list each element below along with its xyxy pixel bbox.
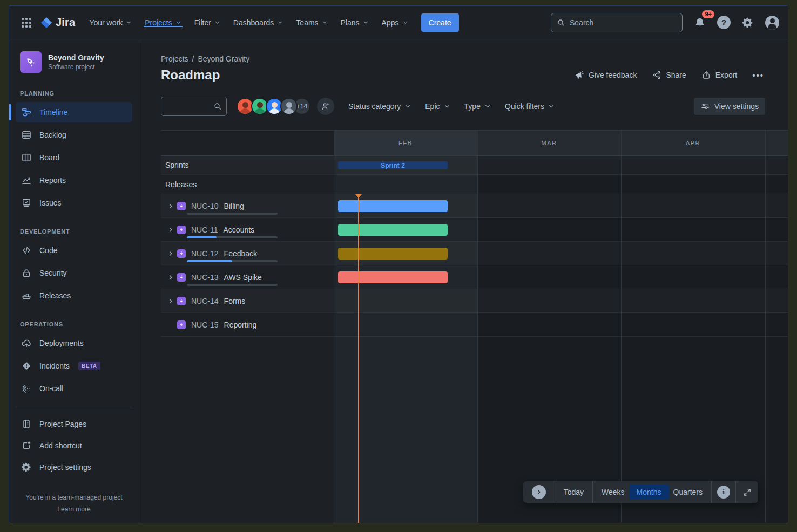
sidebar-item-add-shortcut[interactable]: Add shortcut <box>16 435 132 456</box>
epic-icon <box>177 202 186 210</box>
expand-chevron-icon[interactable] <box>165 226 176 234</box>
scroll-right-button[interactable] <box>523 481 555 503</box>
section-title-operations: OPERATIONS <box>16 321 132 328</box>
project-name: Beyond Gravity <box>48 53 104 62</box>
notifications-button[interactable]: 9+ <box>691 14 708 31</box>
sidebar-item-reports[interactable]: Reports <box>16 170 132 190</box>
more-actions-button[interactable]: ••• <box>752 71 764 80</box>
sidebar-item-on-call[interactable]: On-call <box>16 378 132 399</box>
month-header-feb: FEB <box>334 131 477 156</box>
give-feedback-button[interactable]: Give feedback <box>574 70 637 80</box>
epic-icon <box>177 249 186 258</box>
fullscreen-button[interactable] <box>736 481 758 503</box>
sidebar-item-releases[interactable]: Releases <box>16 285 132 306</box>
rocket-icon <box>24 56 37 69</box>
question-mark-icon: ? <box>721 18 726 27</box>
sidebar-item-incidents[interactable]: Incidents BETA <box>16 356 132 376</box>
timeline-search[interactable] <box>161 97 227 116</box>
timeline-search-input[interactable] <box>166 102 213 111</box>
nav-plans[interactable]: Plans <box>334 18 375 27</box>
export-button[interactable]: Export <box>701 70 737 80</box>
jira-logo[interactable]: Jira <box>40 16 75 29</box>
sidebar-item-project-pages[interactable]: Project Pages <box>16 414 132 434</box>
share-button[interactable]: Share <box>652 70 686 80</box>
chart-line-icon <box>21 175 32 186</box>
global-search[interactable] <box>551 13 683 32</box>
sidebar-item-board[interactable]: Board <box>16 147 132 168</box>
help-button[interactable]: ? <box>717 16 731 29</box>
breadcrumb: Projects / Beyond Gravity <box>161 53 764 64</box>
settings-button[interactable] <box>739 14 757 31</box>
sidebar-item-security[interactable]: Security <box>16 263 132 283</box>
epic-key: NUC-14 <box>191 297 219 305</box>
sidebar-item-deployments[interactable]: Deployments <box>16 333 132 353</box>
month-header-mar: MAR <box>477 131 621 156</box>
chevron-down-icon <box>548 103 555 110</box>
sidebar-item-timeline[interactable]: Timeline <box>16 102 132 122</box>
bell-icon <box>694 17 706 29</box>
zoom-weeks-button[interactable]: Weeks <box>593 481 627 503</box>
learn-more-link[interactable]: Learn more <box>16 503 132 515</box>
chevron-down-icon <box>444 103 450 110</box>
ship-icon <box>21 290 32 301</box>
epic-icon <box>177 320 186 329</box>
releases-row-label[interactable]: Releases <box>165 180 197 189</box>
type-dropdown[interactable]: Type <box>464 102 491 111</box>
nav-dashboards[interactable]: Dashboards <box>227 18 290 27</box>
chevron-right-icon <box>535 488 543 496</box>
export-icon <box>701 70 711 80</box>
breadcrumb-projects[interactable]: Projects <box>161 54 188 63</box>
add-shortcut-icon <box>21 440 32 451</box>
global-search-input[interactable] <box>570 18 677 27</box>
nav-apps[interactable]: Apps <box>375 18 415 27</box>
zoom-months-button[interactable]: Months <box>629 485 669 500</box>
today-marker-line <box>358 194 359 523</box>
epic-key: NUC-12 <box>191 249 219 258</box>
main-content: Projects / Beyond Gravity Roadmap Give f… <box>139 39 788 523</box>
zoom-quarters-button[interactable]: Quarters <box>671 481 711 503</box>
chevron-down-icon <box>402 19 408 25</box>
sidebar-item-issues[interactable]: Issues <box>16 193 132 213</box>
epic-name: AWS Spike <box>224 273 262 282</box>
nav-filter[interactable]: Filter <box>188 18 227 27</box>
expand-chevron-icon[interactable] <box>165 250 176 257</box>
sidebar-item-backlog[interactable]: Backlog <box>16 125 132 145</box>
cloud-upload-icon <box>21 338 32 349</box>
app-switcher-icon[interactable] <box>18 14 35 31</box>
today-button[interactable]: Today <box>555 481 592 503</box>
epic-dropdown[interactable]: Epic <box>425 102 450 111</box>
nav-teams[interactable]: Teams <box>289 18 334 27</box>
epic-progress-fill <box>187 260 232 262</box>
epic-name: Forms <box>224 297 246 305</box>
lock-icon <box>21 268 32 278</box>
timeline-zoom-toolbar: Today Weeks Months Quarters i <box>523 481 758 503</box>
jira-logo-text: Jira <box>56 16 75 29</box>
epic-name: Billing <box>224 202 244 210</box>
expand-chevron-icon[interactable] <box>165 274 176 281</box>
expand-chevron-icon[interactable] <box>165 297 176 305</box>
avatar-stack: +14 <box>237 98 310 115</box>
nav-projects[interactable]: Projects <box>138 18 188 27</box>
breadcrumb-separator: / <box>192 54 194 63</box>
breadcrumb-project-name[interactable]: Beyond Gravity <box>198 54 249 63</box>
sidebar-item-project-settings[interactable]: Project settings <box>16 457 132 478</box>
code-icon <box>21 245 32 256</box>
timeline-info-button[interactable]: i <box>712 481 735 503</box>
project-header[interactable]: Beyond Gravity Software project <box>16 51 132 76</box>
top-navigation-bar: Jira Your work Projects Filter Dashboard… <box>9 6 788 39</box>
user-avatar[interactable] <box>765 16 779 30</box>
sprints-row-label[interactable]: Sprints <box>165 161 189 169</box>
status-category-dropdown[interactable]: Status category <box>348 102 411 111</box>
sliders-icon <box>700 101 710 111</box>
jira-logo-icon <box>40 17 52 29</box>
avatar-user-4[interactable] <box>280 98 298 115</box>
add-person-button[interactable] <box>317 98 334 115</box>
section-title-development: DEVELOPMENT <box>16 228 132 235</box>
quick-filters-dropdown[interactable]: Quick filters <box>505 102 555 111</box>
create-button[interactable]: Create <box>421 13 459 32</box>
nav-your-work[interactable]: Your work <box>83 18 138 27</box>
expand-chevron-icon[interactable] <box>165 202 176 210</box>
epic-progress-fill <box>187 236 217 238</box>
sidebar-item-code[interactable]: Code <box>16 240 132 261</box>
view-settings-button[interactable]: View settings <box>694 98 765 115</box>
